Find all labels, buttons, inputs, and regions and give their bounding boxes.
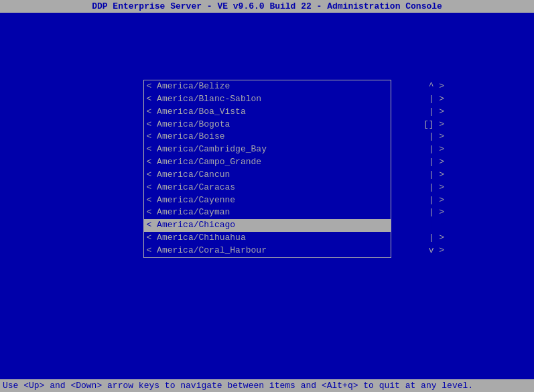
list-item[interactable]: < America/Cayenne | > (144, 194, 391, 207)
status-text: Use <Up> and <Down> arrow keys to naviga… (3, 381, 473, 391)
list-item[interactable]: < America/Coral_Harbour v > (144, 245, 391, 257)
list-item[interactable]: < America/Cambridge_Bay | > (144, 143, 391, 156)
list-item[interactable]: < America/Boise | > (144, 131, 391, 143)
title-bar: DDP Enterprise Server - VE v9.6.0 Build … (0, 0, 534, 13)
main-content: < America/Belize ^ >< America/Blanc-Sabl… (0, 13, 534, 258)
list-item[interactable]: < America/Boa_Vista | > (144, 106, 391, 119)
list-item[interactable]: < America/Blanc-Sablon | > (144, 93, 391, 106)
list-item[interactable]: < America/Chihuahua | > (144, 232, 391, 245)
list-item[interactable]: < America/Belize ^ > (144, 80, 391, 93)
list-item[interactable]: < America/Chicago | > (144, 219, 391, 232)
list-item[interactable]: < America/Cayman | > (144, 206, 391, 219)
status-bar: Use <Up> and <Down> arrow keys to naviga… (0, 379, 534, 392)
list-item[interactable]: < America/Campo_Grande | > (144, 156, 391, 169)
title-text: DDP Enterprise Server - VE v9.6.0 Build … (92, 1, 442, 11)
list-item[interactable]: < America/Bogota [] > (144, 119, 391, 131)
list-item[interactable]: < America/Caracas | > (144, 182, 391, 194)
list-container[interactable]: < America/Belize ^ >< America/Blanc-Sabl… (143, 80, 391, 258)
list-item[interactable]: < America/Cancun | > (144, 169, 391, 182)
